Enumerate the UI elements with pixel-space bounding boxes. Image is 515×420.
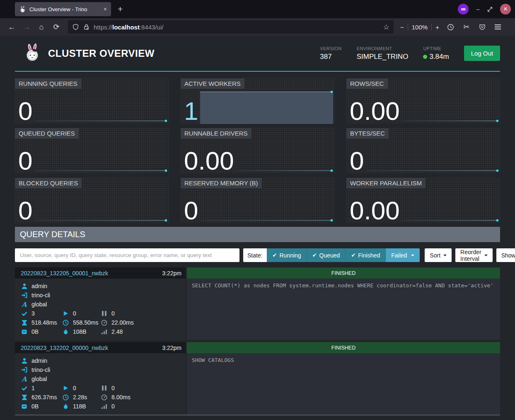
elapsed-time-icon: [62, 394, 69, 401]
stat-tile-reserved-memory: RESERVED MEMORY (B) 0: [181, 178, 334, 223]
screenshot-scissors-icon[interactable]: ✂: [460, 21, 473, 33]
window-restore-button[interactable]: [487, 7, 493, 12]
filter-finished-button[interactable]: ✔ Finished: [345, 248, 385, 262]
query-toolbar: State: ✔ Running ✔ Queued ✔ Finished Fai…: [15, 248, 500, 262]
query-details-header: QUERY DETAILS: [15, 227, 500, 242]
chevron-down-icon: [443, 255, 447, 256]
running-splits-icon: [62, 310, 69, 317]
cpu-time-icon: [101, 319, 108, 326]
tracking-shield-icon[interactable]: [72, 24, 79, 31]
reload-button[interactable]: ⟳: [50, 21, 63, 33]
current-memory-icon: [21, 328, 28, 335]
history-clock-icon[interactable]: [444, 21, 457, 33]
browser-tab[interactable]: Cluster Overview - Trino ×: [15, 2, 111, 16]
query-header: 20220823_132202_00000_nwbzk 3:22pm: [15, 342, 186, 353]
wall-time-icon: [21, 319, 28, 326]
query-list: 20220823_132205_00001_nwbzk 3:22pm admin…: [15, 267, 500, 415]
tab-close-icon[interactable]: ×: [104, 6, 107, 12]
filter-failed-dropdown[interactable]: Failed: [385, 248, 420, 262]
stat-tile-queued-queries: QUEUED QUERIES 0: [15, 128, 169, 174]
peak-memory-icon: [62, 403, 69, 410]
query-header: 20220823_132205_00001_nwbzk 3:22pm: [15, 267, 186, 279]
query-id-link[interactable]: 20220823_132205_00001_nwbzk: [21, 270, 108, 277]
cumulative-memory-icon: [101, 403, 108, 410]
stat-tile-rows-sec: ROWS/SEC 0.00: [346, 78, 500, 124]
stat-tile-active-workers: ACTIVE WORKERS 1: [181, 78, 334, 124]
check-icon: ✔: [273, 252, 277, 258]
version-stat: VERSION 387: [320, 46, 341, 61]
sparkline: [34, 138, 167, 174]
user-icon: [21, 357, 28, 364]
query-status-badge: FINISHED: [187, 267, 500, 279]
zoom-in-button[interactable]: +: [435, 24, 439, 31]
sparkline: [366, 138, 499, 174]
uptime-status-dot: [423, 55, 427, 59]
chevron-down-icon: [411, 255, 414, 256]
url-bar[interactable]: https://localhost:8443/ui/ ☆: [68, 20, 394, 34]
cluster-header: CLUSTER OVERVIEW VERSION 387 ENVIRONMENT…: [15, 36, 500, 72]
query-sql-text: SELECT COUNT(*) as nodes FROM system.run…: [187, 279, 500, 340]
sparkline: [402, 89, 499, 124]
back-button[interactable]: ←: [5, 21, 18, 33]
query-id-link[interactable]: 20220823_132202_00000_nwbzk: [21, 345, 108, 351]
cluster-stats-grid: RUNNING QUERIES 0 ACTIVE WORKERS 1 ROWS/…: [15, 78, 500, 223]
stat-tile-blocked-queries: BLOCKED QUERIES 0: [15, 178, 169, 223]
separator: [431, 24, 432, 30]
stat-tile-runnable-drivers: RUNNABLE DRIVERS 0.00: [181, 128, 334, 174]
sparkline: [34, 89, 167, 124]
filter-queued-button[interactable]: ✔ Queued: [307, 248, 346, 262]
query-row: 20220823_132205_00001_nwbzk 3:22pm admin…: [15, 267, 500, 340]
sparkline-filled: [200, 89, 333, 124]
environment-stat: ENVIRONMENT SIMPLE_TRINO: [357, 46, 409, 61]
completed-splits-icon: [21, 385, 28, 392]
sparkline: [236, 138, 333, 174]
uptime-stat: UPTIME 3.84m: [423, 46, 449, 61]
query-row: 20220823_132202_00000_nwbzk 3:22pm admin…: [15, 342, 500, 415]
show-dropdown[interactable]: Show: [496, 248, 515, 262]
sort-dropdown[interactable]: Sort: [425, 248, 452, 262]
window-minimize-button[interactable]: −: [476, 6, 480, 13]
cpu-time-icon: [101, 394, 108, 401]
url-text[interactable]: https://localhost:8443/ui/: [94, 24, 380, 31]
user-icon: [21, 283, 28, 290]
trino-favicon-icon: [19, 6, 26, 13]
query-search-input[interactable]: [15, 248, 239, 262]
elapsed-time-icon: [62, 319, 69, 326]
stat-tile-worker-parallelism: WORKER PARALLELISM 0.00: [346, 178, 500, 223]
resource-group-icon: A: [21, 376, 28, 383]
menu-hamburger-icon[interactable]: [491, 21, 505, 33]
bookmark-star-icon[interactable]: ☆: [383, 23, 389, 32]
queued-splits-icon: [101, 310, 108, 317]
query-stats: admin trino-cli A global 3 0 0 518.48ms: [15, 279, 186, 340]
window-close-button[interactable]: ×: [500, 4, 511, 15]
stat-tile-bytes-sec: BYTES/SEC 0: [346, 128, 500, 174]
zoom-out-button[interactable]: −: [400, 24, 404, 31]
reorder-interval-dropdown[interactable]: Reorder Interval: [455, 248, 493, 262]
zoom-level[interactable]: 100%: [412, 24, 428, 31]
trino-logo-icon: [24, 43, 41, 64]
private-browsing-icon: ∞: [458, 4, 469, 15]
peak-memory-icon: [62, 328, 69, 335]
query-time: 3:22pm: [162, 345, 181, 351]
new-tab-button[interactable]: +: [118, 4, 123, 14]
browser-titlebar: Cluster Overview - Trino × + ∞ − ×: [0, 0, 515, 18]
query-time: 3:22pm: [162, 270, 181, 277]
separator: [408, 24, 408, 30]
lock-warning-icon[interactable]: [83, 24, 90, 31]
source-icon: [21, 292, 28, 299]
forward-button[interactable]: →: [20, 21, 33, 33]
page-title: CLUSTER OVERVIEW: [48, 48, 155, 59]
running-splits-icon: [62, 385, 69, 392]
home-button[interactable]: ⌂: [35, 21, 48, 33]
query-stats: admin trino-cli A global 1 0 0 626.37ms: [15, 353, 186, 415]
filter-running-button[interactable]: ✔ Running: [267, 248, 307, 262]
state-filter-group: State: ✔ Running ✔ Queued ✔ Finished Fai…: [243, 248, 420, 262]
queued-splits-icon: [101, 385, 108, 392]
pocket-icon[interactable]: [476, 21, 489, 33]
browser-navbar: ← → ⌂ ⟳ https://localhost:8443/ui/ ☆ − 1…: [0, 18, 515, 36]
stat-tile-running-queries: RUNNING QUERIES 0: [15, 78, 169, 124]
current-memory-icon: [21, 403, 28, 410]
query-sql-text: SHOW CATALOGS: [187, 353, 500, 415]
sparkline: [34, 188, 167, 223]
logout-button[interactable]: Log Out: [464, 46, 500, 61]
